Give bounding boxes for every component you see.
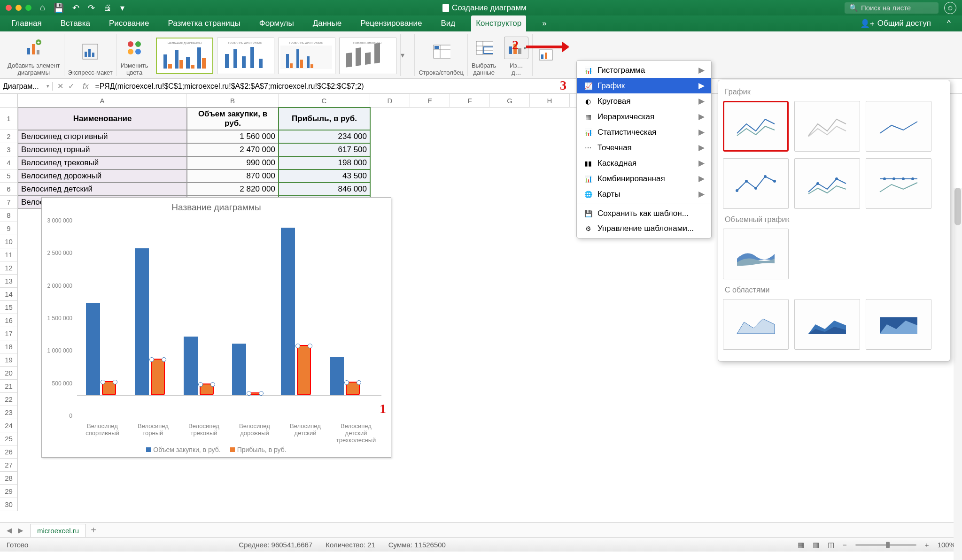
- tab-home[interactable]: Главная: [8, 17, 45, 30]
- home-icon[interactable]: ⌂: [40, 3, 45, 13]
- view-normal-icon[interactable]: ▦: [798, 541, 804, 549]
- zoom-level[interactable]: 100%: [938, 541, 955, 549]
- area-chart-option-2[interactable]: [794, 299, 860, 350]
- collapse-ribbon-icon[interactable]: ^: [944, 17, 954, 30]
- cell[interactable]: Велосипед спортивный: [18, 130, 187, 143]
- dropdown-icon[interactable]: ▾: [120, 3, 124, 13]
- share-button[interactable]: 👤+ Общий доступ: [860, 19, 931, 29]
- menu-item-maps[interactable]: 🌐Карты▶: [577, 186, 711, 202]
- cancel-formula-icon[interactable]: ✕: [57, 82, 63, 91]
- line-chart-option-5[interactable]: [794, 158, 860, 209]
- column-header[interactable]: E: [410, 94, 450, 107]
- menu-item-scatter[interactable]: ⋯Точечная▶: [577, 140, 711, 155]
- embedded-chart[interactable]: Название диаграммы 3 000 0002 500 0002 0…: [41, 197, 391, 458]
- prev-sheet-icon[interactable]: ◀: [4, 526, 15, 535]
- column-header[interactable]: H: [530, 94, 570, 107]
- name-box[interactable]: Диаграм...▾: [0, 82, 53, 91]
- line-3d-option-1[interactable]: [723, 229, 789, 279]
- row-header[interactable]: 13: [0, 275, 18, 288]
- zoom-slider[interactable]: [855, 544, 916, 546]
- line-chart-option-3[interactable]: [866, 101, 931, 152]
- row-header[interactable]: 9: [0, 222, 18, 235]
- cell[interactable]: 234 000: [279, 130, 370, 143]
- row-header[interactable]: 17: [0, 327, 18, 340]
- row-header[interactable]: 25: [0, 432, 18, 445]
- chart-style-4[interactable]: Название диаграммы: [339, 38, 396, 74]
- quick-layout-button[interactable]: Экспресс-макет: [64, 34, 117, 76]
- chart-legend[interactable]: Объем закупки, в руб. Прибыль, в руб.: [42, 446, 391, 453]
- menu-item-histogram[interactable]: 📊Гистограмма▶: [577, 62, 711, 78]
- confirm-formula-icon[interactable]: ✓: [68, 82, 74, 91]
- menu-item-waterfall[interactable]: ▮▮Каскадная▶: [577, 155, 711, 171]
- cell[interactable]: 2 470 000: [187, 143, 279, 156]
- row-header[interactable]: 12: [0, 261, 18, 275]
- column-header[interactable]: G: [490, 94, 530, 107]
- area-chart-option-3[interactable]: [866, 299, 931, 350]
- tab-design[interactable]: Конструктор: [471, 15, 526, 31]
- cell[interactable]: 198 000: [279, 156, 370, 169]
- row-header[interactable]: 18: [0, 340, 18, 353]
- row-header[interactable]: 23: [0, 406, 18, 419]
- tab-page-layout[interactable]: Разметка страницы: [165, 17, 243, 30]
- menu-item-manage-templates[interactable]: ⚙Управление шаблонами...: [577, 221, 711, 236]
- tab-draw[interactable]: Рисование: [106, 17, 152, 30]
- tab-formulas[interactable]: Формулы: [256, 17, 297, 30]
- cell[interactable]: 2 820 000: [187, 183, 279, 196]
- row-header[interactable]: 7: [0, 196, 18, 209]
- cell[interactable]: Велосипед дорожный: [18, 169, 187, 183]
- line-chart-option-2[interactable]: [794, 101, 860, 152]
- line-chart-option-4[interactable]: [723, 158, 789, 209]
- line-chart-option-6[interactable]: [866, 158, 931, 209]
- chart-style-3[interactable]: НАЗВАНИЕ ДИАГРАММЫ: [278, 38, 335, 74]
- search-input[interactable]: 🔍 Поиск на листе: [845, 2, 939, 14]
- styles-dropdown-icon[interactable]: ▾: [401, 51, 404, 60]
- save-icon[interactable]: 💾: [54, 3, 64, 13]
- row-header[interactable]: 11: [0, 248, 18, 261]
- column-header[interactable]: A: [18, 94, 187, 107]
- cell[interactable]: 617 500: [279, 143, 370, 156]
- select-data-button[interactable]: Выбрать данные: [468, 34, 500, 76]
- close-window-icon[interactable]: [6, 5, 12, 11]
- area-chart-option-1[interactable]: [723, 299, 789, 350]
- view-page-break-icon[interactable]: ◫: [828, 541, 834, 549]
- cell[interactable]: 846 000: [279, 183, 370, 196]
- move-chart-button[interactable]: [533, 34, 559, 76]
- zoom-out-icon[interactable]: −: [843, 541, 847, 549]
- vertical-scrollbar[interactable]: [954, 188, 962, 560]
- add-chart-element-button[interactable]: + Добавить элемент диаграммы: [4, 34, 64, 76]
- select-all-corner[interactable]: [0, 94, 18, 107]
- row-header[interactable]: 2: [0, 130, 18, 143]
- cell[interactable]: 43 500: [279, 169, 370, 183]
- row-header[interactable]: 24: [0, 419, 18, 432]
- add-sheet-icon[interactable]: +: [86, 525, 101, 536]
- line-chart-option-1[interactable]: [723, 101, 789, 152]
- row-header[interactable]: 20: [0, 367, 18, 380]
- row-header[interactable]: 21: [0, 380, 18, 393]
- column-header[interactable]: F: [450, 94, 490, 107]
- row-header[interactable]: 19: [0, 353, 18, 367]
- cell[interactable]: Наименование: [18, 107, 187, 130]
- tab-view[interactable]: Вид: [438, 17, 458, 30]
- fx-icon[interactable]: fx: [79, 82, 92, 91]
- column-header[interactable]: B: [187, 94, 279, 107]
- tab-review[interactable]: Рецензирование: [357, 17, 425, 30]
- row-header[interactable]: 22: [0, 393, 18, 406]
- tab-more[interactable]: »: [539, 17, 549, 30]
- column-header[interactable]: C: [279, 94, 370, 107]
- row-header[interactable]: 10: [0, 235, 18, 248]
- next-sheet-icon[interactable]: ▶: [15, 526, 26, 535]
- row-header[interactable]: 15: [0, 301, 18, 314]
- tab-insert[interactable]: Вставка: [58, 17, 93, 30]
- menu-item-pie[interactable]: ◐Круговая▶: [577, 93, 711, 109]
- view-page-layout-icon[interactable]: ▥: [813, 541, 819, 549]
- menu-item-line[interactable]: 📈График▶: [577, 78, 711, 93]
- undo-icon[interactable]: ↶: [72, 3, 79, 13]
- zoom-in-icon[interactable]: +: [925, 541, 929, 549]
- cell[interactable]: Велосипед горный: [18, 143, 187, 156]
- print-icon[interactable]: 🖨: [103, 3, 112, 13]
- chart-style-1[interactable]: НАЗВАНИЕ ДИАГРАММЫ: [156, 38, 213, 74]
- row-header[interactable]: 16: [0, 314, 18, 327]
- row-header[interactable]: 6: [0, 183, 18, 196]
- change-colors-button[interactable]: Изменить цвета: [117, 34, 153, 76]
- cell[interactable]: Объем закупки, в руб.: [187, 107, 279, 130]
